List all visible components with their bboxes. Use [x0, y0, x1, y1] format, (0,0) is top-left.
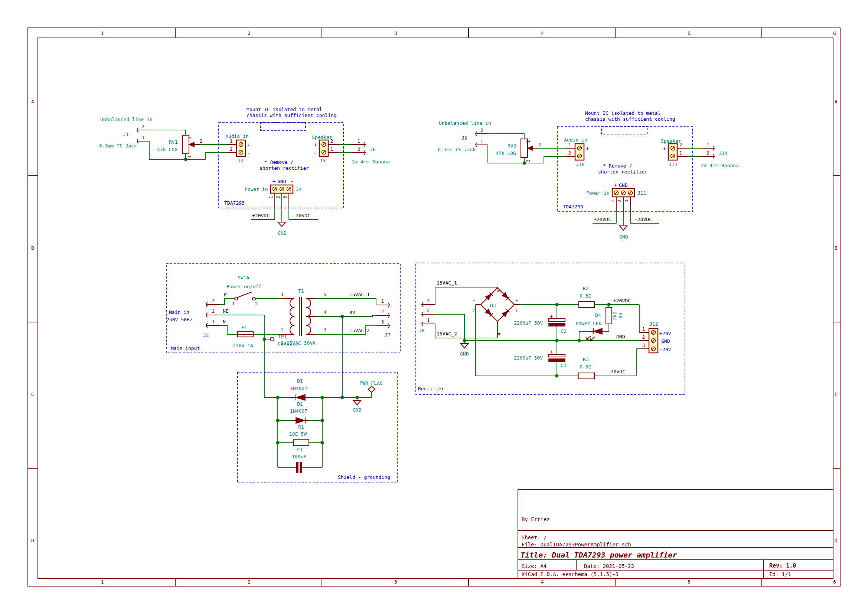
pinnum-sw1a-2: 2: [255, 301, 258, 306]
switch-contact: [253, 297, 256, 300]
frame-outer: [28, 28, 840, 586]
titleblock-title: Title: Dual TDA7293 power amplifier: [521, 550, 677, 560]
pinnum-rv2-3: 3: [526, 159, 531, 162]
junction-dot: [608, 303, 611, 306]
pinnum-j9-1: 1: [480, 139, 483, 144]
label-power-in: Power in: [586, 190, 610, 196]
pinnum-sw1a-1: 1: [232, 301, 235, 306]
led-d4-body: [593, 328, 602, 334]
capacitor-c2-plate-bottom: [549, 323, 565, 326]
junction-dot: [276, 419, 279, 422]
pinnum-t1-5: 5: [324, 292, 326, 297]
box-label-rectifier: Rectifier: [418, 386, 444, 392]
ref-r3: R3: [583, 357, 589, 362]
capacitor-c1-plate: [296, 462, 298, 473]
pinnum-j2-2: 2: [212, 309, 215, 314]
value-c1: 100nF: [292, 454, 306, 460]
pinname-j5-plus: +: [314, 142, 317, 148]
pinnum-rv1-1: 1: [187, 136, 192, 139]
ref-c2: C2: [561, 328, 567, 334]
pinnum-j5-1: 1: [330, 147, 333, 152]
label-main-in-1: Main in: [169, 309, 189, 315]
titleblock-date: Date: 2021-05-23: [584, 563, 634, 569]
pinname-j12-plus20v: +20V: [659, 331, 671, 336]
capacitor-c3-plate-bottom: [549, 359, 565, 362]
value-d4: Power LED: [575, 320, 602, 326]
junction-dot: [321, 441, 324, 445]
net-15vac1: 15VAC_1: [349, 292, 370, 297]
ref-j6: J6: [370, 147, 376, 152]
value-j6: 2x 4mm Banana: [352, 159, 390, 165]
schematic-canvas: 123456123456ABCDABCDBy ErriezSheet: /Fil…: [0, 0, 868, 614]
capacitor-c1-plate: [300, 462, 302, 473]
label-gnd: GND: [278, 230, 287, 236]
value-f1: 230V 1A: [233, 343, 253, 348]
pinnum-j9-2: 2: [480, 128, 483, 133]
ref-j13: J13: [669, 162, 677, 167]
zone-row-d-left: D: [31, 538, 34, 543]
label-speaker: Speaker: [312, 134, 332, 140]
pinnum-j5-2: 2: [330, 138, 333, 144]
zone-row-a-right: A: [835, 99, 837, 104]
junction-dot: [341, 396, 344, 399]
junction-dot: [263, 338, 266, 341]
gnd-symbol: [461, 344, 468, 348]
pinnum-j3-1: 1: [230, 138, 232, 144]
net-minus20vdc: -20VDC: [608, 369, 625, 375]
capacitor-c3-plate-top: [549, 354, 565, 357]
zone-col-2-bottom: 2: [248, 579, 251, 584]
ref-j8: J8: [419, 328, 425, 333]
value-c3: 2200uF 50V: [514, 355, 543, 361]
pinnum-j7-1: 1: [381, 298, 384, 304]
shield-box: [238, 372, 397, 483]
ref-j12: J12: [649, 321, 658, 327]
sheet-frame: [28, 28, 840, 586]
pinnum-j13-2: 2: [679, 142, 682, 148]
ref-d4: D4: [595, 312, 601, 318]
value-r2: 0.5E: [580, 293, 591, 298]
ref-c3: C3: [561, 362, 567, 368]
pinname-j3-plus: +: [247, 142, 250, 148]
net-n: N: [223, 319, 226, 324]
value-tp1: Chassis: [278, 341, 298, 347]
zone-col-1-bottom: 1: [101, 579, 104, 584]
ref-f1: F1: [241, 325, 247, 330]
junction-dot: [555, 303, 559, 306]
zone-col-2-top: 2: [248, 31, 251, 36]
pinnum-j3-2: 2: [230, 147, 232, 152]
ref-rv1: RV1: [169, 139, 177, 145]
zone-row-b-right: B: [835, 245, 837, 251]
value-r1: 10E 5W: [289, 431, 307, 437]
titleblock-id: Id: 1/1: [769, 571, 791, 577]
junction-dot: [463, 339, 466, 342]
resistor-r3-body: [579, 373, 594, 379]
pinnum-d3-1: 1: [515, 308, 518, 313]
net-15vac2: 15VAC_2: [349, 328, 370, 333]
pinnum-j4-2: 2: [276, 196, 281, 198]
shield-grounding-block: [238, 372, 397, 483]
pinnum-t1-1: 1: [281, 292, 284, 297]
net-15vac1: 15VAC_1: [437, 280, 457, 286]
value-rv1: 47k LOG: [157, 147, 177, 152]
pinnum-j1-2: 2: [142, 124, 144, 129]
label-speaker: Speaker: [661, 138, 681, 144]
pinnum-rv2-1: 1: [526, 140, 531, 143]
titleblock-file: File: DualTDA7293PowerAmplifier.sch: [522, 542, 631, 547]
pinname-d3-plus: +: [515, 297, 518, 303]
pinnum-j6-2: 2: [358, 147, 360, 152]
pinnum-j2-1: 1: [212, 319, 215, 324]
note-mount-2: chassis with sufficient cooling: [246, 113, 337, 118]
pinnum-j4-3: 3: [282, 196, 288, 198]
switch-blade: [237, 292, 252, 297]
junction-dot: [341, 315, 344, 318]
value-r4: 2k2: [612, 311, 617, 320]
ref-j5: J5: [320, 158, 326, 163]
schematic-text-layer: 123456123456ABCDABCDBy ErriezSheet: /Fil…: [31, 31, 837, 584]
tda7293-tab-notch-right: [601, 126, 648, 134]
pinnum-j10-1: 1: [568, 142, 571, 148]
pinnum-j12-3: 3: [642, 343, 645, 348]
net-ne: NE: [223, 308, 229, 314]
label-audio-in: Audio in: [564, 137, 587, 143]
note-mount-1: Mount IC isolated to metal: [246, 107, 322, 112]
titleblock-rev: Rev: 1.0: [769, 563, 796, 569]
